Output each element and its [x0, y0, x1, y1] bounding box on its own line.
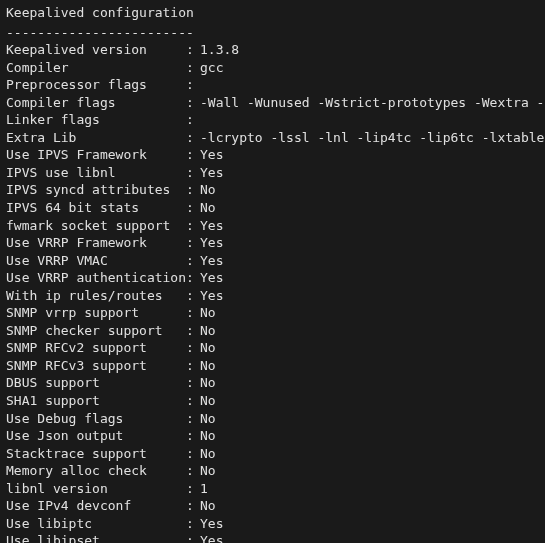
- config-value: No: [200, 374, 216, 392]
- config-label: SNMP checker support: [6, 322, 186, 340]
- config-row: Memory alloc check: No: [6, 462, 539, 480]
- config-value: 1.3.8: [200, 41, 239, 59]
- config-label: Compiler flags: [6, 94, 186, 112]
- config-label: SNMP RFCv2 support: [6, 339, 186, 357]
- colon-separator: :: [186, 199, 200, 217]
- config-row: Use Debug flags: No: [6, 410, 539, 428]
- colon-separator: :: [186, 59, 200, 77]
- config-label: Preprocessor flags: [6, 76, 186, 94]
- colon-separator: :: [186, 462, 200, 480]
- config-value: Yes: [200, 146, 223, 164]
- config-label: Use VRRP Framework: [6, 234, 186, 252]
- config-row: Use VRRP VMAC: Yes: [6, 252, 539, 270]
- colon-separator: :: [186, 339, 200, 357]
- config-value: No: [200, 497, 216, 515]
- colon-separator: :: [186, 374, 200, 392]
- colon-separator: :: [186, 392, 200, 410]
- config-value: No: [200, 445, 216, 463]
- config-value: No: [200, 199, 216, 217]
- colon-separator: :: [186, 532, 200, 543]
- config-rows: Keepalived version: 1.3.8Compiler: gccPr…: [6, 41, 539, 543]
- config-value: No: [200, 392, 216, 410]
- config-row: Preprocessor flags:: [6, 76, 539, 94]
- config-label: Use IPv4 devconf: [6, 497, 186, 515]
- colon-separator: :: [186, 252, 200, 270]
- colon-separator: :: [186, 480, 200, 498]
- config-row: libnl version: 1: [6, 480, 539, 498]
- config-value: gcc: [200, 59, 223, 77]
- config-row: SNMP checker support: No: [6, 322, 539, 340]
- config-value: Yes: [200, 532, 223, 543]
- config-label: Use Debug flags: [6, 410, 186, 428]
- config-row: Keepalived version: 1.3.8: [6, 41, 539, 59]
- config-value: -Wall -Wunused -Wstrict-prototypes -Wext…: [200, 94, 545, 112]
- config-value: Yes: [200, 269, 223, 287]
- config-label: IPVS 64 bit stats: [6, 199, 186, 217]
- config-label: fwmark socket support: [6, 217, 186, 235]
- config-row: Compiler flags: -Wall -Wunused -Wstrict-…: [6, 94, 539, 112]
- config-row: Use IPVS Framework: Yes: [6, 146, 539, 164]
- colon-separator: :: [186, 111, 200, 129]
- config-value: Yes: [200, 287, 223, 305]
- colon-separator: :: [186, 217, 200, 235]
- config-value: No: [200, 410, 216, 428]
- colon-separator: :: [186, 129, 200, 147]
- config-label: SNMP vrrp support: [6, 304, 186, 322]
- config-label: SHA1 support: [6, 392, 186, 410]
- config-label: Keepalived version: [6, 41, 186, 59]
- config-label: SNMP RFCv3 support: [6, 357, 186, 375]
- config-label: Stacktrace support: [6, 445, 186, 463]
- config-value: No: [200, 304, 216, 322]
- config-label: IPVS syncd attributes: [6, 181, 186, 199]
- colon-separator: :: [186, 304, 200, 322]
- config-label: With ip rules/routes: [6, 287, 186, 305]
- config-row: Compiler: gcc: [6, 59, 539, 77]
- config-row: Use IPv4 devconf: No: [6, 497, 539, 515]
- config-row: IPVS 64 bit stats: No: [6, 199, 539, 217]
- colon-separator: :: [186, 234, 200, 252]
- config-label: Use VRRP VMAC: [6, 252, 186, 270]
- config-label: Linker flags: [6, 111, 186, 129]
- colon-separator: :: [186, 146, 200, 164]
- config-label: Compiler: [6, 59, 186, 77]
- config-label: Use libiptc: [6, 515, 186, 533]
- config-row: Use VRRP Framework: Yes: [6, 234, 539, 252]
- config-row: fwmark socket support: Yes: [6, 217, 539, 235]
- config-row: SNMP RFCv2 support: No: [6, 339, 539, 357]
- config-label: Use VRRP authentication: [6, 269, 186, 287]
- config-row: With ip rules/routes: Yes: [6, 287, 539, 305]
- config-value: No: [200, 339, 216, 357]
- config-row: Use libiptc: Yes: [6, 515, 539, 533]
- colon-separator: :: [186, 322, 200, 340]
- config-row: DBUS support: No: [6, 374, 539, 392]
- config-value: No: [200, 427, 216, 445]
- config-row: IPVS use libnl: Yes: [6, 164, 539, 182]
- config-label: DBUS support: [6, 374, 186, 392]
- colon-separator: :: [186, 287, 200, 305]
- config-value: Yes: [200, 164, 223, 182]
- config-value: No: [200, 181, 216, 199]
- config-value: Yes: [200, 252, 223, 270]
- colon-separator: :: [186, 445, 200, 463]
- colon-separator: :: [186, 269, 200, 287]
- config-value: No: [200, 357, 216, 375]
- config-value: No: [200, 462, 216, 480]
- config-value: Yes: [200, 234, 223, 252]
- colon-separator: :: [186, 94, 200, 112]
- config-row: Linker flags:: [6, 111, 539, 129]
- config-header: Keepalived configuration: [6, 4, 539, 22]
- config-value: No: [200, 322, 216, 340]
- config-value: Yes: [200, 515, 223, 533]
- colon-separator: :: [186, 164, 200, 182]
- config-value: 1: [200, 480, 208, 498]
- colon-separator: :: [186, 76, 200, 94]
- config-label: Memory alloc check: [6, 462, 186, 480]
- config-row: IPVS syncd attributes: No: [6, 181, 539, 199]
- config-value: Yes: [200, 217, 223, 235]
- colon-separator: :: [186, 181, 200, 199]
- config-label: Use libipset: [6, 532, 186, 543]
- colon-separator: :: [186, 357, 200, 375]
- config-row: Use VRRP authentication: Yes: [6, 269, 539, 287]
- config-row: Extra Lib: -lcrypto -lssl -lnl -lip4tc -…: [6, 129, 539, 147]
- colon-separator: :: [186, 410, 200, 428]
